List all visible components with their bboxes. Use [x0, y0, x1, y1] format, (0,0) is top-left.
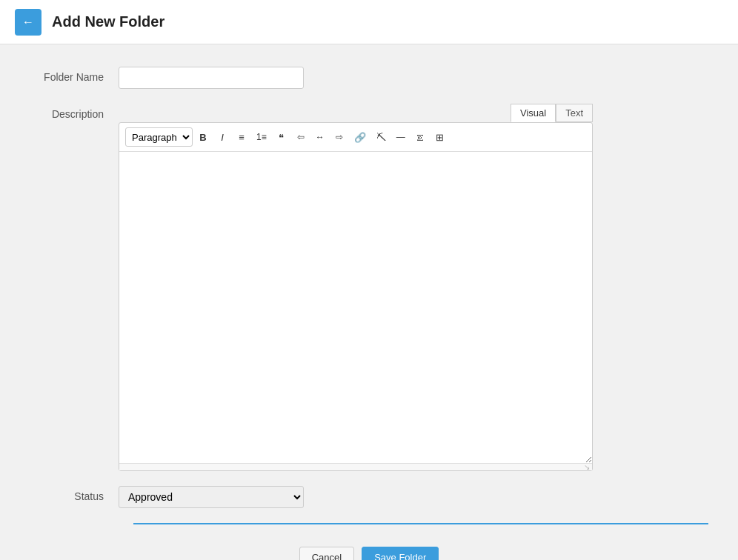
form-divider — [133, 523, 708, 524]
folder-name-group: Folder Name — [30, 67, 708, 89]
form-actions: Cancel Save Folder — [30, 539, 708, 560]
page-header: ← Add New Folder — [0, 0, 738, 44]
insert-link-button[interactable]: 🔗 — [350, 128, 370, 146]
description-group: Description Visual Text Paragraph Headin… — [30, 104, 708, 471]
cancel-button[interactable]: Cancel — [299, 547, 354, 560]
table-button[interactable]: ⊞ — [431, 128, 449, 146]
folder-name-label: Folder Name — [30, 67, 119, 83]
save-folder-button[interactable]: Save Folder — [362, 547, 439, 560]
back-button[interactable]: ← — [15, 9, 41, 36]
editor-resize-handle: ↘ — [119, 463, 592, 470]
ordered-list-button[interactable]: 1≡ — [252, 128, 271, 146]
editor-toolbar: Paragraph Heading 1 Heading 2 Heading 3 … — [119, 123, 592, 152]
tab-visual[interactable]: Visual — [511, 104, 556, 122]
italic-button[interactable]: I — [213, 128, 231, 146]
tab-text[interactable]: Text — [556, 104, 593, 122]
remove-link-button[interactable]: ⛏ — [372, 128, 390, 146]
paragraph-select[interactable]: Paragraph Heading 1 Heading 2 Heading 3 — [125, 127, 193, 147]
unordered-list-button[interactable]: ≡ — [233, 128, 250, 146]
status-group: Status Approved Pending Rejected — [30, 486, 708, 508]
status-label: Status — [30, 486, 119, 502]
editor-tabs: Visual Text — [119, 104, 593, 122]
description-wrapper: Visual Text Paragraph Heading 1 Heading … — [119, 104, 593, 471]
fullscreen-button[interactable]: ⨊ — [411, 128, 430, 146]
editor-body[interactable] — [119, 152, 592, 463]
back-arrow-icon: ← — [22, 16, 34, 28]
editor-container: Paragraph Heading 1 Heading 2 Heading 3 … — [119, 122, 593, 471]
folder-name-input[interactable] — [119, 67, 304, 89]
bold-button[interactable]: B — [194, 128, 212, 146]
align-left-button[interactable]: ⇦ — [292, 128, 310, 146]
description-label: Description — [30, 104, 119, 120]
align-center-button[interactable]: ↔ — [311, 128, 329, 146]
blockquote-button[interactable]: ❝ — [273, 128, 290, 146]
horizontal-rule-button[interactable]: ― — [392, 128, 410, 146]
status-select[interactable]: Approved Pending Rejected — [119, 486, 304, 508]
page-title: Add New Folder — [52, 13, 164, 30]
align-right-button[interactable]: ⇨ — [330, 128, 348, 146]
main-content: Folder Name Description Visual Text Para… — [0, 44, 738, 560]
